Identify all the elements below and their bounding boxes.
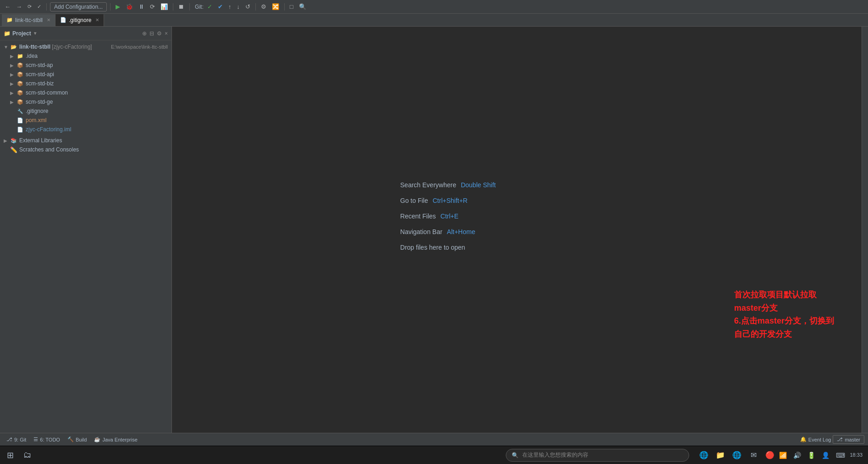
main-layout: 📁 Project ▼ ⊕ ⊟ ⚙ × ▼ 📂 link-ttc-stbll [… <box>0 27 868 433</box>
tab-link-ttc[interactable]: 📁 link-ttc-stbll ✕ <box>2 14 55 26</box>
tree-item-scratches[interactable]: ✏️ Scratches and Consoles <box>0 145 171 154</box>
back-button[interactable]: ← <box>3 2 12 11</box>
welcome-row-recent: Recent Files Ctrl+E <box>400 212 496 220</box>
git-check-button[interactable]: ✓ <box>205 2 214 11</box>
sep-1 <box>46 3 47 11</box>
network-icon[interactable]: 📶 <box>777 450 789 461</box>
sidebar-hide[interactable]: × <box>165 30 168 37</box>
tree-item-gitignore[interactable]: 🔧 .gitignore <box>0 106 171 116</box>
git-update-button[interactable]: ↑ <box>227 2 233 11</box>
tree-pom-label: pom.xml <box>26 117 168 123</box>
edge-icon[interactable]: 🌐 <box>697 448 711 463</box>
tree-item-pom[interactable]: 📄 pom.xml <box>0 116 171 125</box>
stop-button[interactable]: ⏸ <box>137 2 146 11</box>
chrome-icon[interactable]: 🌐 <box>730 448 744 463</box>
recent-files-shortcut[interactable]: Ctrl+E <box>441 212 459 220</box>
toolbar-icon-1[interactable]: ⟳ <box>26 3 33 11</box>
battery-icon[interactable]: 🔋 <box>806 450 817 461</box>
sidebar-collapse-all[interactable]: ⊟ <box>149 30 154 37</box>
git-label: 9: Git <box>14 437 26 442</box>
tab-link-close[interactable]: ✕ <box>47 17 50 22</box>
sep-2 <box>110 3 111 11</box>
tree-gitignore-label: .gitignore <box>26 108 168 114</box>
git-revert-button[interactable]: ↺ <box>243 2 252 11</box>
settings-button[interactable]: ⚙ <box>259 2 268 11</box>
forward-button[interactable]: → <box>14 2 24 11</box>
app-icon-red[interactable]: 🔴 <box>763 448 777 463</box>
tree-scm-common-label: scm-std-common <box>26 89 168 96</box>
tree-item-ext-lib[interactable]: ▶ 📚 External Libraries <box>0 136 171 145</box>
toolbar-icon-2[interactable]: ✓ <box>35 3 43 11</box>
debug-button[interactable]: 🐞 <box>124 2 135 11</box>
git-label: Git: <box>195 4 204 10</box>
run-button[interactable]: ▶ <box>114 2 122 11</box>
statusbar-build[interactable]: 🔨 Build <box>65 436 89 443</box>
tree-arrow-root: ▼ <box>4 45 10 50</box>
tree-root-label: link-ttc-stbll [zjyc-cFactoring] <box>19 44 108 50</box>
mail-icon[interactable]: ✉ <box>746 448 761 463</box>
folder-icon-idea: 📁 <box>17 52 24 60</box>
annotation-overlay: 首次拉取项目默认拉取 master分支 6.点击master分支，切换到 自己的… <box>734 288 834 341</box>
tree-arrow-scm-api: ▶ <box>10 72 17 77</box>
tab-gitignore-close[interactable]: ✕ <box>95 17 99 22</box>
taskbar-time: 18:33 <box>850 452 862 458</box>
welcome-row-goto: Go to File Ctrl+Shift+R <box>400 197 496 204</box>
statusbar-branch[interactable]: ⎇ master <box>833 435 864 444</box>
coverage-button[interactable]: 📊 <box>159 2 170 11</box>
editor-area: Search Everywhere Double Shift Go to Fil… <box>172 27 862 433</box>
tree-item-idea[interactable]: ▶ 📁 .idea <box>0 51 171 61</box>
java-icon: ☕ <box>94 436 100 442</box>
goto-file-shortcut[interactable]: Ctrl+Shift+R <box>432 197 467 204</box>
branch-label: master <box>845 437 860 442</box>
project-tree: ▼ 📂 link-ttc-stbll [zjyc-cFactoring] E:\… <box>0 40 171 433</box>
statusbar-git[interactable]: ⎇ 9: Git <box>4 436 29 443</box>
tree-scm-api-label: scm-std-api <box>26 71 168 78</box>
todo-label: 6: TODO <box>40 437 60 442</box>
statusbar-event-log[interactable]: 🔔 Event Log <box>800 436 831 442</box>
sidebar-settings[interactable]: ⚙ <box>157 30 162 37</box>
tree-root-path: E:\workspace\link-ttc-stbll <box>111 44 168 50</box>
tree-item-scm-api[interactable]: ▶ 📦 scm-std-api <box>0 70 171 79</box>
explorer-icon[interactable]: 📁 <box>713 448 728 463</box>
module-icon-scm-ap: 📦 <box>17 61 24 69</box>
taskbar-search[interactable]: 🔍 在这里输入您想搜索的内容 <box>506 449 689 462</box>
tree-item-scm-common[interactable]: ▶ 📦 scm-std-common <box>0 88 171 97</box>
annotation-line2: master分支 <box>734 303 778 313</box>
statusbar-java-enterprise[interactable]: ☕ Java Enterprise <box>91 436 140 443</box>
start-button[interactable]: ⊞ <box>2 447 18 464</box>
git-push-button[interactable]: ↓ <box>235 2 242 11</box>
statusbar-todo[interactable]: ☰ 6: TODO <box>31 436 63 443</box>
right-scrollbar[interactable] <box>862 27 868 433</box>
stop2-button[interactable]: ⏹ <box>177 2 186 11</box>
tree-item-root[interactable]: ▼ 📂 link-ttc-stbll [zjyc-cFactoring] E:\… <box>0 42 171 51</box>
add-config-button[interactable]: Add Configuration... <box>50 2 107 11</box>
tree-item-iml[interactable]: 📄 zjyc-cFactoring.iml <box>0 125 171 134</box>
git-commit-button[interactable]: ✔ <box>216 2 225 11</box>
layout-button[interactable]: □ <box>288 2 295 11</box>
taskview-button[interactable]: 🗂 <box>19 447 36 464</box>
tree-item-scm-biz[interactable]: ▶ 📦 scm-std-biz <box>0 79 171 88</box>
vcs-icon[interactable]: 🔀 <box>270 2 281 11</box>
tab-gitignore[interactable]: 📄 .gitignore ✕ <box>55 14 104 26</box>
tree-item-scm-ge[interactable]: ▶ 📦 scm-std-ge <box>0 97 171 106</box>
todo-icon: ☰ <box>33 436 38 442</box>
sidebar-title-arrow[interactable]: ▼ <box>33 31 38 36</box>
keyboard-icon[interactable]: ⌨ <box>834 450 847 461</box>
ext-lib-icon: 📚 <box>10 137 17 144</box>
tree-scm-biz-label: scm-std-biz <box>26 80 168 87</box>
sidebar-scroll-from-source[interactable]: ⊕ <box>142 30 147 37</box>
people-icon[interactable]: 👤 <box>820 450 831 461</box>
search-button[interactable]: 🔍 <box>297 2 308 11</box>
scratch-icon: ✏️ <box>10 146 17 153</box>
sidebar-header: 📁 Project ▼ ⊕ ⊟ ⚙ × <box>0 27 171 40</box>
tree-item-scm-ap[interactable]: ▶ 📦 scm-std-ap <box>0 61 171 70</box>
navigation-bar-shortcut[interactable]: Alt+Home <box>447 228 475 235</box>
xml-icon: 📄 <box>17 117 24 124</box>
taskbar-right: 📶 🔊 🔋 👤 ⌨ 18:33 <box>777 450 866 461</box>
volume-icon[interactable]: 🔊 <box>791 450 803 461</box>
tree-scm-ap-label: scm-std-ap <box>26 62 168 68</box>
search-everywhere-shortcut[interactable]: Double Shift <box>461 181 496 189</box>
reload-button[interactable]: ⟳ <box>148 2 157 11</box>
search-magnifier-icon: 🔍 <box>512 452 519 458</box>
build-label: Build <box>76 437 87 442</box>
